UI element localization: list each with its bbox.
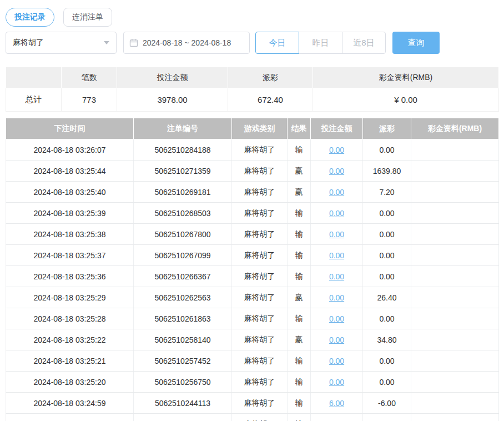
cell-game-type: 麻将胡了 <box>232 182 288 203</box>
cell-payout: 0.00 <box>363 350 411 372</box>
bet-amount-link[interactable]: 0.00 <box>329 146 344 154</box>
cell-bonus <box>411 414 499 421</box>
table-row: 2024-08-18 03:25:215062510257452麻将胡了输0.0… <box>6 350 499 372</box>
cell-bet-amount: 0.00 <box>311 287 363 308</box>
header-bonus: 彩金资料(RMB) <box>411 118 499 139</box>
cell-result: 输 <box>288 308 311 329</box>
cell-game-type: 麻将胡了 <box>232 161 288 182</box>
header-payout: 派彩 <box>363 118 411 139</box>
cell-payout: 0.00 <box>363 266 411 287</box>
cell-bet-time: 2024-08-18 03:25:21 <box>6 350 134 372</box>
bet-table-header-row: 下注时间 注单编号 游戏类别 结果 投注金额 派彩 彩金资料(RMB) <box>6 118 499 139</box>
quick-range-group: 今日 昨日 近8日 <box>255 32 386 54</box>
cell-bet-amount: 6.00 <box>311 393 363 414</box>
cell-payout: 0.00 <box>363 372 411 393</box>
cell-bonus <box>411 350 499 372</box>
cell-order-number: 5062510269181 <box>134 182 232 203</box>
header-bet-amount: 投注金额 <box>311 118 363 139</box>
summary-total-label: 总计 <box>6 88 62 112</box>
table-row: 2024-08-18 03:25:365062510266367麻将胡了输0.0… <box>6 266 499 287</box>
cell-payout: 1639.80 <box>363 161 411 182</box>
table-row: 2024-08-18 03:24:525062510242034麻将胡了输6.0… <box>6 414 499 421</box>
bet-amount-link[interactable]: 0.00 <box>329 251 344 260</box>
cell-order-number: 5062510271359 <box>134 161 232 182</box>
bet-amount-link[interactable]: 0.00 <box>329 167 344 176</box>
cell-payout: 7.20 <box>363 182 411 203</box>
cell-order-number: 5062510258140 <box>134 329 232 350</box>
cell-bet-time: 2024-08-18 03:25:38 <box>6 224 134 245</box>
game-select-value: 麻将胡了 <box>13 38 44 48</box>
quick-btn-today[interactable]: 今日 <box>255 32 299 54</box>
cell-result: 输 <box>288 224 311 245</box>
search-button[interactable]: 查询 <box>392 32 440 54</box>
cell-result: 赢 <box>288 287 311 308</box>
cell-bet-amount: 0.00 <box>311 308 363 329</box>
cell-bonus <box>411 266 499 287</box>
bet-amount-link[interactable]: 0.00 <box>329 293 344 302</box>
cell-bet-time: 2024-08-18 03:24:52 <box>6 414 134 421</box>
table-row: 2024-08-18 03:25:375062510267099麻将胡了输0.0… <box>6 245 499 266</box>
cell-order-number: 5062510284188 <box>134 139 232 161</box>
table-row: 2024-08-18 03:25:405062510269181麻将胡了赢0.0… <box>6 182 499 203</box>
cell-game-type: 麻将胡了 <box>232 139 288 161</box>
bet-amount-link[interactable]: 0.00 <box>329 335 344 344</box>
cell-bet-time: 2024-08-18 03:25:39 <box>6 203 134 224</box>
cell-order-number: 5062510257452 <box>134 350 232 372</box>
summary-header-payout: 派彩 <box>228 67 313 88</box>
cell-bonus <box>411 308 499 329</box>
cell-payout: 0.00 <box>363 203 411 224</box>
cell-bet-time: 2024-08-18 03:25:40 <box>6 182 134 203</box>
cell-payout: 0.00 <box>363 308 411 329</box>
quick-btn-yesterday[interactable]: 昨日 <box>299 32 342 54</box>
tab-cancelled-orders[interactable]: 连消注单 <box>63 8 112 27</box>
cell-game-type: 麻将胡了 <box>232 308 288 329</box>
bet-table: 下注时间 注单编号 游戏类别 结果 投注金额 派彩 彩金资料(RMB) 2024… <box>6 118 499 421</box>
cell-bet-time: 2024-08-18 03:25:28 <box>6 308 134 329</box>
cell-payout: -6.00 <box>363 414 411 421</box>
summary-total-row: 总计 773 3978.00 672.40 ¥ 0.00 <box>6 88 499 112</box>
chevron-down-icon <box>104 41 109 44</box>
bet-amount-link[interactable]: 0.00 <box>329 209 344 218</box>
bet-amount-link[interactable]: 0.00 <box>329 230 344 239</box>
date-range-input[interactable]: 2024-08-18 ~ 2024-08-18 <box>123 32 250 54</box>
cell-bonus <box>411 245 499 266</box>
summary-header-count: 笔数 <box>62 67 117 88</box>
cell-payout: 34.80 <box>363 329 411 350</box>
bet-amount-link[interactable]: 0.00 <box>329 188 344 197</box>
cell-bet-amount: 6.00 <box>311 414 363 421</box>
bet-table-body: 2024-08-18 03:26:075062510284188麻将胡了输0.0… <box>6 139 499 421</box>
cell-bonus <box>411 393 499 414</box>
cell-bet-time: 2024-08-18 03:25:37 <box>6 245 134 266</box>
cell-bonus <box>411 287 499 308</box>
cell-order-number: 5062510261863 <box>134 308 232 329</box>
cell-bet-time: 2024-08-18 03:26:07 <box>6 139 134 161</box>
cell-order-number: 5062510267800 <box>134 224 232 245</box>
tab-bet-records[interactable]: 投注记录 <box>6 8 54 27</box>
cell-result: 输 <box>288 245 311 266</box>
cell-bet-amount: 0.00 <box>311 139 363 161</box>
cell-bet-amount: 0.00 <box>311 372 363 393</box>
quick-btn-last8days[interactable]: 近8日 <box>342 32 386 54</box>
cell-payout: 0.00 <box>363 139 411 161</box>
cell-payout: 0.00 <box>363 245 411 266</box>
bet-amount-link[interactable]: 6.00 <box>329 399 344 408</box>
bet-amount-link[interactable]: 0.00 <box>329 357 344 365</box>
cell-game-type: 麻将胡了 <box>232 372 288 393</box>
cell-payout: 26.40 <box>363 287 411 308</box>
table-row: 2024-08-18 03:25:445062510271359麻将胡了赢0.0… <box>6 161 499 182</box>
date-range-value: 2024-08-18 ~ 2024-08-18 <box>143 38 231 47</box>
cell-game-type: 麻将胡了 <box>232 224 288 245</box>
cell-game-type: 麻将胡了 <box>232 266 288 287</box>
bet-amount-link[interactable]: 0.00 <box>329 314 344 323</box>
cell-result: 赢 <box>288 182 311 203</box>
bet-amount-link[interactable]: 0.00 <box>329 272 344 281</box>
cell-result: 输 <box>288 350 311 372</box>
table-row: 2024-08-18 03:25:225062510258140麻将胡了赢0.0… <box>6 329 499 350</box>
cell-bonus <box>411 139 499 161</box>
cell-result: 输 <box>288 203 311 224</box>
bet-amount-link[interactable]: 0.00 <box>329 378 344 387</box>
cell-game-type: 麻将胡了 <box>232 393 288 414</box>
cell-bonus <box>411 224 499 245</box>
game-select[interactable]: 麻将胡了 <box>6 32 117 54</box>
summary-header-blank <box>6 67 62 88</box>
